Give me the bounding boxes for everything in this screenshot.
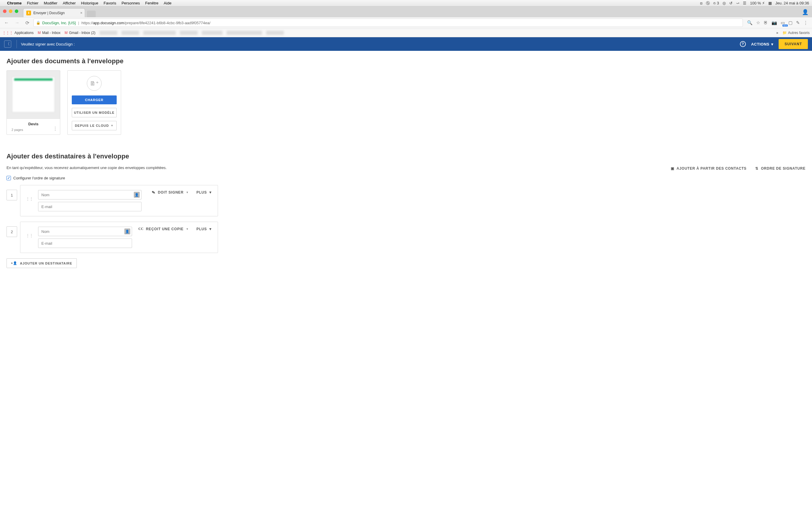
menu-modifier[interactable]: Modifier [44,1,57,5]
camera-icon[interactable]: 📷 [772,20,777,26]
add-recipient-button[interactable]: +👤 AJOUTER UN DESTINATAIRE [6,258,77,268]
configure-order-checkbox[interactable]: ✓ [6,176,11,180]
pick-contact-icon[interactable]: 👤 [134,192,140,198]
window-close[interactable] [3,10,6,13]
apps-shortcut[interactable]: ⋮⋮⋮Applications [2,31,34,35]
bookmark-overflow[interactable]: » [776,31,778,35]
bluetooth-icon[interactable]: ⤻ [736,1,739,5]
browser-tab[interactable]: ⬇ Envoyer | DocuSign × [23,8,85,17]
caret-down-icon: ▼ [186,191,189,194]
header-divider [17,40,17,48]
tab-favicon: ⬇ [26,11,31,15]
use-template-button[interactable]: UTILISER UN MODÈLE [72,108,117,117]
recipient-name-input[interactable] [38,227,132,236]
nav-back[interactable]: ← [2,19,11,27]
menu-app[interactable]: Chrome [7,1,21,5]
document-card[interactable]: Devis 2 pages ⋮ [6,70,60,135]
add-from-contacts-button[interactable]: ▣AJOUTER À PARTIR DES CONTACTS [671,166,747,170]
extension-icon[interactable]: ▢ [789,20,793,26]
other-bookmarks[interactable]: 📁Autres favoris [782,31,810,35]
pick-contact-icon[interactable]: 👤 [124,228,130,234]
bookmark-blur-3[interactable] [143,31,176,35]
help-icon[interactable]: ? [740,41,746,47]
role-label: REÇOIT UNE COPIE [146,227,183,231]
menu-personnes[interactable]: Personnes [121,1,140,5]
wifi-icon[interactable]: ☰ [743,1,746,5]
order-number-input[interactable]: 1 [6,190,17,200]
document-name: Devis [28,122,39,126]
upload-button[interactable]: CHARGER [72,96,117,104]
tab-close-icon[interactable]: × [80,11,82,15]
address-bar[interactable]: 🔒 DocuSign, Inc. [US] | https://app.docu… [33,19,743,27]
order-number-input[interactable]: 2 [6,226,17,237]
drag-handle-icon[interactable]: ⋮⋮ [26,197,33,201]
recipients-section: Ajouter des destinataires à l'enveloppe … [6,152,806,268]
back-button[interactable]: 〈 [4,40,11,48]
cc-icon: CC [138,227,143,231]
clock-text: Jeu. 24 mai à 09:36 [775,1,809,5]
timemachine-icon[interactable]: ↺ [729,1,732,5]
menu-aide[interactable]: Aide [164,1,171,5]
apps-label: Applications [15,31,34,35]
nav-forward: → [13,19,21,27]
bookmark-blur-5[interactable] [202,31,222,35]
recipient-name-input[interactable] [38,190,141,199]
recipients-section-title: Ajouter des destinataires à l'enveloppe [6,152,806,160]
translate-icon[interactable]: ▭ [781,20,785,26]
more-dropdown[interactable]: PLUS▼ [197,227,213,231]
signing-order-button[interactable]: ⇅ORDRE DE SIGNATURE [755,166,806,170]
url-host: app.docusign.com [93,21,124,25]
bookmark-blur-1[interactable] [100,31,117,35]
add-from-contacts-label: AJOUTER À PARTIR DES CONTACTS [677,166,747,170]
recipient-email-input[interactable] [38,239,132,248]
drag-handle-icon[interactable]: ⋮⋮ [26,233,33,238]
new-tab-button[interactable] [87,11,96,17]
window-zoom[interactable] [15,10,18,13]
bookmark-gmail[interactable]: MGmail - Inbox (2) [65,31,96,35]
battery-text: 100 % ⚡︎ [750,1,765,5]
mac-menubar: Chrome Fichier Modifier Afficher Histori… [0,0,812,6]
chrome-menu-icon[interactable]: ⋮ [803,20,808,26]
bookmark-blur-7[interactable] [266,31,284,35]
caret-down-icon: ▼ [186,228,189,230]
add-recipient-label: AJOUTER UN DESTINATAIRE [20,262,72,265]
from-cloud-button[interactable]: DEPUIS LE CLOUD▼ [72,121,117,130]
star-icon[interactable]: ☆ [756,20,760,26]
menu-fenetre[interactable]: Fenêtre [145,1,158,5]
bookmark-blur-2[interactable] [121,31,139,35]
menu-afficher[interactable]: Afficher [63,1,75,5]
window-minimize[interactable] [9,10,12,13]
menu-fichier[interactable]: Fichier [27,1,38,5]
url-path: /prepare/8fe42241-b6b8-4cbc-9fb3-aad9f05… [124,21,210,25]
document-menu-icon[interactable]: ⋮ [53,126,57,132]
tab-title: Envoyer | DocuSign [33,11,65,15]
bookmark-blur-4[interactable] [180,31,198,35]
configure-order-row: ✓ Configurer l'ordre de signature [6,176,806,180]
window-controls [3,10,18,13]
cc-icon[interactable]: ◎ [723,1,726,5]
dropbox-icon[interactable]: ⧈ [700,1,703,6]
bookmark-mail-label: Mail - Inbox [42,31,61,35]
profile-icon[interactable]: 👤 [802,9,809,15]
bookmarks-bar: ⋮⋮⋮Applications MMail - Inbox MGmail - I… [0,28,812,37]
menu-favoris[interactable]: Favoris [104,1,116,5]
shield-icon[interactable]: ⛨ [764,20,768,26]
role-select[interactable]: CC REÇOIT UNE COPIE ▼ [138,227,189,231]
from-cloud-label: DEPUIS LE CLOUD [75,124,109,127]
bookmark-mail[interactable]: MMail - Inbox [38,31,61,35]
zoom-icon[interactable]: 🔍 [747,20,752,26]
more-dropdown[interactable]: PLUS▼ [197,190,213,195]
recipient-row: 2 ⋮⋮ 👤 CC REÇOIT UNE COPIE ▼ PL [6,222,806,253]
date-icon[interactable]: ▦ [768,1,772,5]
adobe-count: 3 [717,1,719,5]
role-select[interactable]: ✎ DOIT SIGNER ▼ [152,190,189,195]
skype-icon[interactable]: Ⓢ [706,1,710,6]
nav-reload[interactable]: ⟳ [23,19,31,27]
next-button[interactable]: SUIVANT [779,39,808,49]
actions-dropdown[interactable]: ACTIONS▾ [751,42,774,46]
bookmark-blur-6[interactable] [226,31,262,35]
adobe-icon[interactable]: ⎋ 3 [713,1,719,5]
evernote-icon[interactable]: ✎ [796,20,800,26]
menu-historique[interactable]: Historique [81,1,98,5]
recipient-email-input[interactable] [38,202,141,211]
